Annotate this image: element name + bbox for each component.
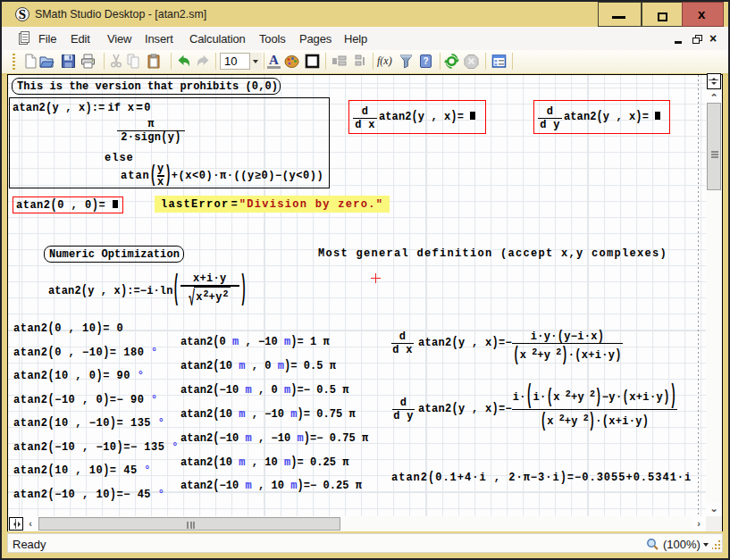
svg-text:?: ?: [423, 56, 428, 66]
